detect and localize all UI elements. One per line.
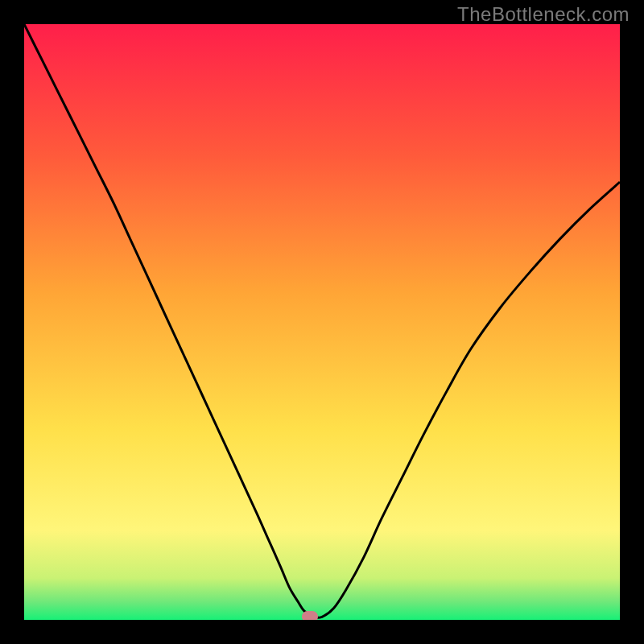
gradient-background <box>24 24 620 620</box>
chart-svg <box>24 24 620 620</box>
plot-area <box>24 24 620 620</box>
optimal-point-marker <box>302 611 318 620</box>
watermark-text: TheBottleneck.com <box>457 3 630 26</box>
chart-frame: TheBottleneck.com <box>0 0 644 644</box>
